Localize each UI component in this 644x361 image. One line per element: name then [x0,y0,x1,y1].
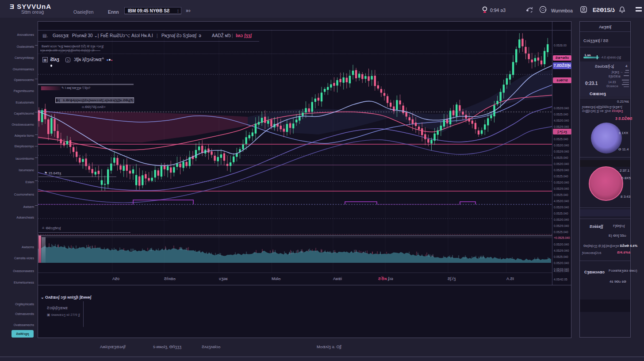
svg-text:..............................: ........................................… [91,219,169,221]
